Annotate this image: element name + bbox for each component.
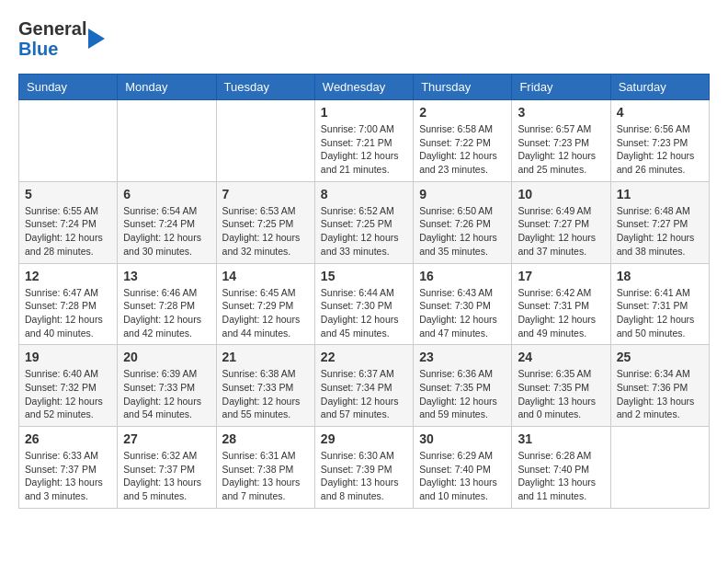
day-number: 1 [321, 105, 407, 120]
calendar-cell: 1Sunrise: 7:00 AMSunset: 7:21 PMDaylight… [314, 100, 413, 182]
day-info: Sunrise: 6:28 AMSunset: 7:40 PMDaylight:… [518, 449, 604, 503]
day-info: Sunrise: 6:30 AMSunset: 7:39 PMDaylight:… [321, 449, 407, 503]
day-number: 3 [518, 105, 604, 120]
day-info: Sunrise: 6:36 AMSunset: 7:35 PMDaylight:… [419, 367, 506, 421]
logo: General Blue [18, 18, 105, 59]
day-info: Sunrise: 6:58 AMSunset: 7:22 PMDaylight:… [419, 122, 506, 177]
day-info: Sunrise: 6:48 AMSunset: 7:27 PMDaylight:… [617, 204, 703, 259]
day-number: 17 [518, 269, 604, 283]
calendar-cell: 28Sunrise: 6:31 AMSunset: 7:38 PMDayligh… [216, 427, 314, 509]
day-info: Sunrise: 6:38 AMSunset: 7:33 PMDaylight:… [222, 367, 309, 421]
day-number: 2 [419, 105, 506, 120]
calendar-cell: 14Sunrise: 6:45 AMSunset: 7:29 PMDayligh… [216, 263, 314, 345]
logo-arrow-icon [88, 29, 105, 49]
calendar-table: SundayMondayTuesdayWednesdayThursdayFrid… [18, 74, 710, 509]
calendar-cell: 19Sunrise: 6:40 AMSunset: 7:32 PMDayligh… [19, 345, 118, 427]
calendar-cell: 10Sunrise: 6:49 AMSunset: 7:27 PMDayligh… [512, 181, 610, 263]
day-header-thursday: Thursday [414, 75, 512, 100]
calendar-cell: 25Sunrise: 6:34 AMSunset: 7:36 PMDayligh… [610, 345, 709, 427]
day-number: 20 [123, 350, 210, 364]
calendar-cell: 20Sunrise: 6:39 AMSunset: 7:33 PMDayligh… [118, 345, 216, 427]
calendar-cell: 18Sunrise: 6:41 AMSunset: 7:31 PMDayligh… [610, 263, 709, 345]
day-number: 15 [321, 269, 407, 283]
day-header-friday: Friday [512, 75, 610, 100]
day-number: 9 [419, 187, 506, 201]
calendar-cell: 3Sunrise: 6:57 AMSunset: 7:23 PMDaylight… [512, 100, 610, 182]
calendar-cell [19, 100, 118, 182]
day-number: 16 [419, 269, 506, 283]
day-info: Sunrise: 6:34 AMSunset: 7:36 PMDaylight:… [617, 367, 703, 421]
calendar-cell [216, 100, 314, 182]
calendar-cell: 17Sunrise: 6:42 AMSunset: 7:31 PMDayligh… [512, 263, 610, 345]
calendar-cell: 29Sunrise: 6:30 AMSunset: 7:39 PMDayligh… [314, 427, 413, 509]
day-info: Sunrise: 7:00 AMSunset: 7:21 PMDaylight:… [321, 122, 407, 177]
calendar-cell: 22Sunrise: 6:37 AMSunset: 7:34 PMDayligh… [314, 345, 413, 427]
calendar-cell: 23Sunrise: 6:36 AMSunset: 7:35 PMDayligh… [414, 345, 512, 427]
calendar-cell: 2Sunrise: 6:58 AMSunset: 7:22 PMDaylight… [414, 100, 512, 182]
calendar-cell: 9Sunrise: 6:50 AMSunset: 7:26 PMDaylight… [414, 181, 512, 263]
day-number: 30 [419, 431, 506, 446]
day-info: Sunrise: 6:32 AMSunset: 7:37 PMDaylight:… [123, 449, 210, 503]
day-number: 12 [25, 269, 111, 283]
day-number: 14 [222, 269, 309, 283]
logo-general: General [18, 18, 86, 39]
day-number: 27 [123, 431, 210, 446]
day-header-saturday: Saturday [610, 75, 709, 100]
calendar-cell: 31Sunrise: 6:28 AMSunset: 7:40 PMDayligh… [512, 427, 610, 509]
calendar-week-row: 26Sunrise: 6:33 AMSunset: 7:37 PMDayligh… [19, 427, 710, 509]
day-info: Sunrise: 6:50 AMSunset: 7:26 PMDaylight:… [419, 204, 506, 259]
day-number: 21 [222, 350, 309, 364]
calendar-cell: 16Sunrise: 6:43 AMSunset: 7:30 PMDayligh… [414, 263, 512, 345]
day-info: Sunrise: 6:49 AMSunset: 7:27 PMDaylight:… [518, 204, 604, 259]
calendar-week-row: 19Sunrise: 6:40 AMSunset: 7:32 PMDayligh… [19, 345, 710, 427]
calendar-cell: 30Sunrise: 6:29 AMSunset: 7:40 PMDayligh… [414, 427, 512, 509]
day-number: 8 [321, 187, 407, 201]
calendar-cell: 15Sunrise: 6:44 AMSunset: 7:30 PMDayligh… [314, 263, 413, 345]
calendar-week-row: 12Sunrise: 6:47 AMSunset: 7:28 PMDayligh… [19, 263, 710, 345]
day-number: 7 [222, 187, 309, 201]
logo-blue: Blue [18, 39, 86, 59]
day-number: 31 [518, 431, 604, 446]
calendar-cell: 7Sunrise: 6:53 AMSunset: 7:25 PMDaylight… [216, 181, 314, 263]
calendar-cell: 8Sunrise: 6:52 AMSunset: 7:25 PMDaylight… [314, 181, 413, 263]
day-number: 22 [321, 350, 407, 364]
day-info: Sunrise: 6:55 AMSunset: 7:24 PMDaylight:… [25, 204, 111, 259]
calendar-header-row: SundayMondayTuesdayWednesdayThursdayFrid… [19, 75, 710, 100]
calendar-cell: 24Sunrise: 6:35 AMSunset: 7:35 PMDayligh… [512, 345, 610, 427]
calendar-cell: 6Sunrise: 6:54 AMSunset: 7:24 PMDaylight… [118, 181, 216, 263]
calendar-cell: 21Sunrise: 6:38 AMSunset: 7:33 PMDayligh… [216, 345, 314, 427]
svg-marker-0 [88, 29, 105, 49]
page-header: General Blue [18, 18, 710, 59]
calendar-cell: 13Sunrise: 6:46 AMSunset: 7:28 PMDayligh… [118, 263, 216, 345]
day-info: Sunrise: 6:53 AMSunset: 7:25 PMDaylight:… [222, 204, 309, 259]
day-info: Sunrise: 6:39 AMSunset: 7:33 PMDaylight:… [123, 367, 210, 421]
day-info: Sunrise: 6:42 AMSunset: 7:31 PMDaylight:… [518, 286, 604, 340]
day-number: 29 [321, 431, 407, 446]
calendar-cell: 12Sunrise: 6:47 AMSunset: 7:28 PMDayligh… [19, 263, 118, 345]
day-number: 25 [617, 350, 703, 364]
calendar-cell [610, 427, 709, 509]
calendar-cell: 27Sunrise: 6:32 AMSunset: 7:37 PMDayligh… [118, 427, 216, 509]
day-number: 10 [518, 187, 604, 201]
calendar-cell: 5Sunrise: 6:55 AMSunset: 7:24 PMDaylight… [19, 181, 118, 263]
day-number: 23 [419, 350, 506, 364]
day-info: Sunrise: 6:41 AMSunset: 7:31 PMDaylight:… [617, 286, 703, 340]
day-info: Sunrise: 6:37 AMSunset: 7:34 PMDaylight:… [321, 367, 407, 421]
day-info: Sunrise: 6:44 AMSunset: 7:30 PMDaylight:… [321, 286, 407, 340]
day-info: Sunrise: 6:40 AMSunset: 7:32 PMDaylight:… [25, 367, 111, 421]
day-info: Sunrise: 6:33 AMSunset: 7:37 PMDaylight:… [25, 449, 111, 503]
day-number: 11 [617, 187, 703, 201]
day-number: 28 [222, 431, 309, 446]
day-header-sunday: Sunday [19, 75, 118, 100]
day-number: 19 [25, 350, 111, 364]
calendar-week-row: 5Sunrise: 6:55 AMSunset: 7:24 PMDaylight… [19, 181, 710, 263]
day-info: Sunrise: 6:43 AMSunset: 7:30 PMDaylight:… [419, 286, 506, 340]
day-info: Sunrise: 6:56 AMSunset: 7:23 PMDaylight:… [617, 122, 703, 177]
day-header-monday: Monday [118, 75, 216, 100]
day-info: Sunrise: 6:52 AMSunset: 7:25 PMDaylight:… [321, 204, 407, 259]
day-info: Sunrise: 6:54 AMSunset: 7:24 PMDaylight:… [123, 204, 210, 259]
day-number: 4 [617, 105, 703, 120]
calendar-week-row: 1Sunrise: 7:00 AMSunset: 7:21 PMDaylight… [19, 100, 710, 182]
day-number: 26 [25, 431, 111, 446]
day-info: Sunrise: 6:47 AMSunset: 7:28 PMDaylight:… [25, 286, 111, 340]
